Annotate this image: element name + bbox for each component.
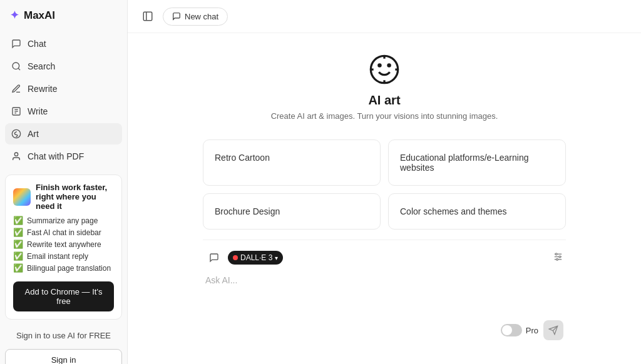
svg-point-17	[387, 63, 391, 68]
suggestion-retro-cartoon[interactable]: Retro Cartoon	[203, 139, 381, 186]
sidebar-item-rewrite-label: Rewrite	[28, 84, 57, 94]
suggestion-brochure[interactable]: Brochure Design	[203, 193, 381, 230]
ai-art-title: AI art	[368, 93, 400, 108]
settings-sliders-button[interactable]	[553, 251, 563, 265]
send-button[interactable]	[543, 320, 563, 340]
sidebar: ✦ MaxAI Chat Search Rewrite	[0, 0, 128, 364]
chat-input[interactable]	[203, 270, 566, 314]
pro-toggle: Pro	[501, 324, 538, 336]
svg-point-9	[14, 153, 18, 156]
promo-feature-5-label: Bilingual page translation	[27, 264, 111, 273]
sidebar-nav: Chat Search Rewrite Write	[0, 31, 127, 169]
signin-label: Sign in to use AI for FREE	[16, 331, 111, 340]
ai-art-subtitle: Create AI art & images. Turn your vision…	[271, 111, 498, 121]
promo-icon	[13, 188, 31, 206]
rewrite-icon	[11, 84, 21, 94]
suggestion-educational-label: Educational platforms/e-Learning website…	[400, 153, 528, 173]
sidebar-item-search-label: Search	[28, 61, 55, 71]
promo-feature-2-label: Fast AI chat in sidebar	[27, 228, 101, 237]
ai-art-hero: AI art Create AI art & images. Turn your…	[271, 52, 498, 121]
check-icon-4: ✅	[13, 251, 23, 261]
app-logo: ✦ MaxAI	[0, 0, 127, 31]
svg-point-16	[377, 63, 382, 68]
input-area: DALL·E 3 ▾ Pro	[203, 240, 566, 344]
input-toolbar: DALL·E 3 ▾	[203, 245, 566, 270]
new-chat-icon	[172, 12, 181, 21]
new-chat-button[interactable]: New chat	[163, 8, 228, 26]
promo-feature-1: ✅ Summarize any page	[13, 216, 114, 225]
promo-box: Finish work faster, right where you need…	[5, 174, 122, 320]
sidebar-item-write-label: Write	[28, 106, 48, 116]
art-icon	[11, 129, 21, 139]
svg-point-0	[13, 63, 19, 69]
suggestions-grid: Retro Cartoon Educational platforms/e-Le…	[203, 139, 566, 230]
promo-feature-3-label: Rewrite text anywhere	[27, 240, 101, 249]
model-name: DALL·E 3	[240, 253, 272, 262]
promo-feature-2: ✅ Fast AI chat in sidebar	[13, 228, 114, 237]
main-panel: New chat AI art Create AI art & images. …	[128, 0, 641, 364]
sidebar-item-write[interactable]: Write	[5, 101, 122, 122]
add-to-chrome-button[interactable]: Add to Chrome — It's free	[13, 281, 114, 311]
input-toolbar-left: DALL·E 3 ▾	[205, 249, 283, 266]
send-icon	[548, 325, 558, 335]
promo-title: Finish work faster, right where you need…	[36, 183, 114, 211]
pro-label: Pro	[526, 326, 538, 335]
check-icon-2: ✅	[13, 228, 23, 237]
promo-feature-4: ✅ Email instant reply	[13, 251, 114, 261]
sidebar-item-chat[interactable]: Chat	[5, 33, 122, 54]
write-icon	[11, 106, 21, 116]
sidebar-item-chat-pdf[interactable]: Chat with PDF	[5, 146, 122, 167]
svg-point-23	[556, 258, 558, 260]
svg-point-21	[555, 253, 557, 255]
chevron-down-icon: ▾	[275, 255, 278, 261]
input-bottom: Pro	[203, 316, 566, 344]
promo-header: Finish work faster, right where you need…	[13, 183, 114, 211]
suggestion-educational[interactable]: Educational platforms/e-Learning website…	[388, 139, 566, 186]
check-icon-1: ✅	[13, 216, 23, 225]
topbar: New chat	[128, 0, 641, 33]
svg-point-22	[559, 256, 561, 258]
search-icon	[11, 61, 21, 71]
logo-icon: ✦	[10, 9, 19, 22]
new-chat-label: New chat	[185, 12, 218, 21]
promo-feature-3: ✅ Rewrite text anywhere	[13, 240, 114, 249]
app-name: MaxAI	[24, 9, 55, 22]
suggestion-retro-cartoon-label: Retro Cartoon	[215, 153, 270, 163]
toggle-knob	[502, 325, 512, 335]
signin-prompt: Sign in to use AI for FREE	[0, 325, 127, 346]
check-icon-5: ✅	[13, 263, 23, 273]
svg-point-15	[371, 56, 397, 83]
suggestion-brochure-label: Brochure Design	[215, 206, 280, 216]
model-selector[interactable]: DALL·E 3 ▾	[228, 251, 283, 265]
attachment-button[interactable]	[205, 249, 223, 266]
svg-rect-13	[143, 12, 152, 21]
pro-toggle-switch[interactable]	[501, 324, 522, 336]
suggestion-color-schemes[interactable]: Color schemes and themes	[388, 193, 566, 230]
sidebar-item-chat-label: Chat	[28, 39, 46, 49]
suggestion-color-schemes-label: Color schemes and themes	[400, 206, 506, 216]
promo-feature-4-label: Email instant reply	[27, 252, 88, 261]
dalle-dot	[233, 255, 238, 260]
sidebar-item-rewrite[interactable]: Rewrite	[5, 78, 122, 99]
promo-feature-1-label: Summarize any page	[27, 216, 98, 225]
sidebar-item-search[interactable]: Search	[5, 56, 122, 77]
chat-icon	[11, 39, 21, 49]
check-icon-3: ✅	[13, 240, 23, 249]
ai-art-hero-icon	[367, 52, 402, 87]
svg-line-1	[18, 68, 20, 70]
sidebar-item-chat-pdf-label: Chat with PDF	[28, 151, 84, 161]
chat-pdf-icon	[11, 151, 21, 161]
collapse-sidebar-button[interactable]	[138, 6, 158, 26]
content-area: AI art Create AI art & images. Turn your…	[128, 33, 641, 364]
sidebar-item-art[interactable]: Art	[5, 123, 122, 144]
signin-button[interactable]: Sign in	[5, 349, 122, 364]
sidebar-item-art-label: Art	[28, 129, 39, 139]
promo-feature-5: ✅ Bilingual page translation	[13, 263, 114, 273]
